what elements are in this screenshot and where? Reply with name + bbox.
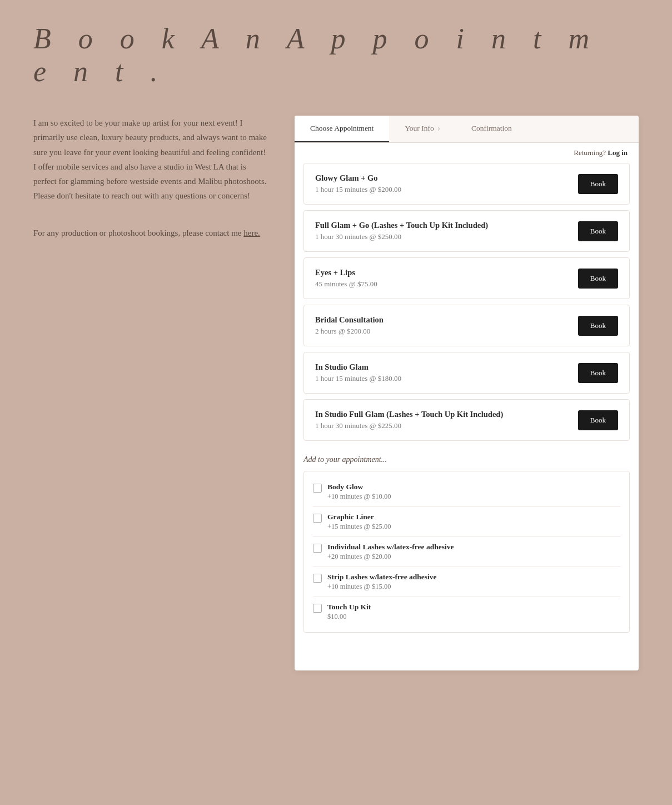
service-item-0: Glowy Glam + Go 1 hour 15 minutes @ $200…	[303, 163, 630, 205]
service-details-2: 45 minutes @ $75.00	[315, 280, 567, 289]
service-item-4: In Studio Glam 1 hour 15 minutes @ $180.…	[303, 352, 630, 394]
service-item-3: Bridal Consultation 2 hours @ $200.00 Bo…	[303, 305, 630, 346]
addon-name-0: Body Glow	[327, 483, 620, 491]
book-button-0[interactable]: Book	[578, 174, 618, 194]
addon-name-3: Strip Lashes w/latex-free adhesive	[327, 573, 620, 582]
addon-name-1: Graphic Liner	[327, 513, 620, 521]
tab-arrow-icon: ›	[437, 123, 440, 133]
service-info-2: Eyes + Lips 45 minutes @ $75.00	[315, 268, 567, 289]
returning-bar: Returning? Log in	[295, 143, 639, 163]
book-button-4[interactable]: Book	[578, 363, 618, 383]
service-details-5: 1 hour 30 minutes @ $225.00	[315, 421, 567, 430]
booking-panel: Choose Appointment Your Info › Confirmat…	[295, 116, 639, 670]
addons-list: Body Glow +10 minutes @ $10.00 Graphic L…	[303, 471, 630, 633]
here-link[interactable]: here.	[243, 228, 260, 237]
tab-your-info[interactable]: Your Info ›	[389, 116, 456, 142]
service-name-5: In Studio Full Glam (Lashes + Touch Up K…	[315, 410, 567, 419]
service-name-3: Bridal Consultation	[315, 315, 567, 325]
addon-name-2: Individual Lashes w/latex-free adhesive	[327, 543, 620, 551]
service-name-2: Eyes + Lips	[315, 268, 567, 277]
service-name-4: In Studio Glam	[315, 362, 567, 372]
addon-item-3: Strip Lashes w/latex-free adhesive +10 m…	[313, 567, 620, 597]
service-details-4: 1 hour 15 minutes @ $180.00	[315, 374, 567, 383]
addon-checkbox-4[interactable]	[313, 604, 322, 613]
book-button-3[interactable]: Book	[578, 316, 618, 336]
addon-details-2: +20 minutes @ $20.00	[327, 553, 620, 561]
main-layout: I am so excited to be your make up artis…	[33, 116, 639, 670]
service-info-3: Bridal Consultation 2 hours @ $200.00	[315, 315, 567, 336]
service-item-2: Eyes + Lips 45 minutes @ $75.00 Book	[303, 257, 630, 299]
addon-details-4: $10.00	[327, 613, 620, 621]
service-details-0: 1 hour 15 minutes @ $200.00	[315, 185, 567, 194]
addon-name-4: Touch Up Kit	[327, 603, 620, 612]
addon-details-3: +10 minutes @ $15.00	[327, 583, 620, 591]
addon-item-1: Graphic Liner +15 minutes @ $25.00	[313, 507, 620, 537]
service-name-1: Full Glam + Go (Lashes + Touch Up Kit In…	[315, 221, 567, 230]
book-button-2[interactable]: Book	[578, 269, 618, 289]
addon-checkbox-0[interactable]	[313, 484, 322, 493]
service-name-0: Glowy Glam + Go	[315, 173, 567, 183]
addon-details-1: +15 minutes @ $25.00	[327, 523, 620, 531]
production-text: For any production or photoshoot booking…	[33, 226, 267, 240]
services-list: Glowy Glam + Go 1 hour 15 minutes @ $200…	[295, 163, 639, 441]
service-details-1: 1 hour 30 minutes @ $250.00	[315, 232, 567, 241]
book-button-1[interactable]: Book	[578, 221, 618, 241]
addon-item-0: Body Glow +10 minutes @ $10.00	[313, 477, 620, 507]
addons-section: Add to your appointment... Body Glow +10…	[295, 446, 639, 648]
service-details-3: 2 hours @ $200.00	[315, 327, 567, 336]
service-item-1: Full Glam + Go (Lashes + Touch Up Kit In…	[303, 210, 630, 252]
addon-item-2: Individual Lashes w/latex-free adhesive …	[313, 537, 620, 567]
service-info-0: Glowy Glam + Go 1 hour 15 minutes @ $200…	[315, 173, 567, 194]
book-button-5[interactable]: Book	[578, 410, 618, 430]
addons-title: Add to your appointment...	[303, 455, 630, 464]
intro-text: I am so excited to be your make up artis…	[33, 116, 267, 203]
tabs-bar: Choose Appointment Your Info › Confirmat…	[295, 116, 639, 143]
addon-details-0: +10 minutes @ $10.00	[327, 493, 620, 501]
addon-checkbox-1[interactable]	[313, 514, 322, 523]
addon-item-4: Touch Up Kit $10.00	[313, 597, 620, 627]
addon-checkbox-3[interactable]	[313, 574, 322, 583]
login-link[interactable]: Log in	[608, 148, 628, 157]
addon-checkbox-2[interactable]	[313, 544, 322, 553]
service-info-4: In Studio Glam 1 hour 15 minutes @ $180.…	[315, 362, 567, 383]
service-info-1: Full Glam + Go (Lashes + Touch Up Kit In…	[315, 221, 567, 241]
page-title: B o o k A n A p p o i n t m e n t .	[33, 22, 639, 88]
tab-choose-appointment[interactable]: Choose Appointment	[295, 116, 389, 142]
tab-confirmation[interactable]: Confirmation	[456, 116, 527, 142]
bottom-spacer	[295, 648, 639, 670]
service-item-5: In Studio Full Glam (Lashes + Touch Up K…	[303, 399, 630, 441]
service-info-5: In Studio Full Glam (Lashes + Touch Up K…	[315, 410, 567, 430]
left-panel: I am so excited to be your make up artis…	[33, 116, 267, 262]
